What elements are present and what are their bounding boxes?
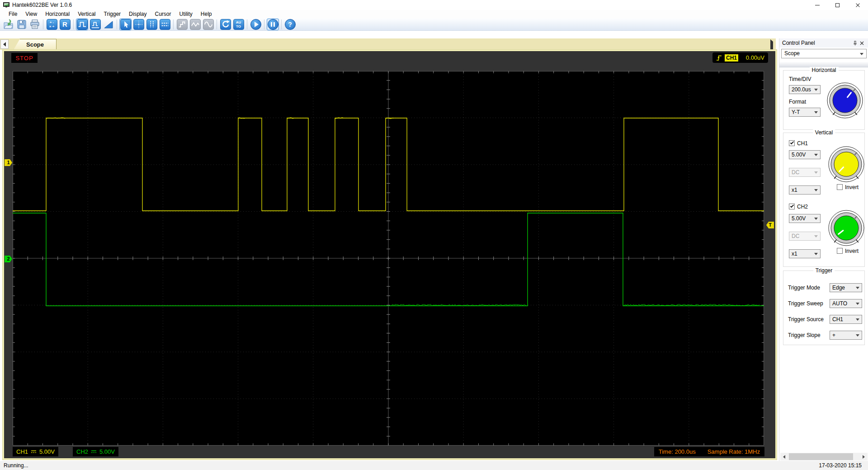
- start-button[interactable]: [250, 19, 262, 30]
- trigger-slope-select[interactable]: +: [830, 331, 862, 340]
- autoset-icon-bottom: TO: [236, 24, 241, 28]
- reference-icon: R: [60, 19, 71, 30]
- ramp-button[interactable]: [102, 19, 114, 30]
- ch2-coupling-value: DC: [792, 233, 799, 239]
- scroll-right-button[interactable]: [860, 453, 868, 461]
- menu-item-utility[interactable]: Utility: [175, 10, 196, 18]
- horizontal-position-knob[interactable]: [826, 81, 864, 119]
- trigger-level-marker[interactable]: T: [766, 222, 774, 228]
- trigger-mode-value: Edge: [832, 285, 845, 291]
- crosshair-cursor-button[interactable]: [132, 19, 145, 30]
- format-value: Y-T: [792, 109, 800, 115]
- menu-item-horizontal[interactable]: Horizontal: [41, 10, 74, 18]
- pointer-button[interactable]: [119, 19, 132, 30]
- ch1-coupling-value: DC: [792, 169, 799, 176]
- ch1-coupling-select: DC: [789, 168, 821, 177]
- refresh-button[interactable]: [219, 19, 231, 30]
- ch1-probe-value: x1: [792, 187, 797, 193]
- vertical-cursors-button[interactable]: [146, 19, 158, 30]
- open-file-button[interactable]: [2, 19, 14, 30]
- waveform-baseline-button[interactable]: [89, 19, 101, 30]
- ch2-zero-marker[interactable]: 2: [5, 256, 12, 262]
- rising-edge-icon: [716, 54, 722, 62]
- pause-button[interactable]: [267, 19, 279, 30]
- waveform-mode-button[interactable]: [76, 19, 88, 30]
- trigger-sweep-select[interactable]: AUTO: [830, 299, 862, 308]
- close-button[interactable]: [848, 0, 868, 10]
- tab-scroll-right-button[interactable]: [770, 42, 773, 50]
- scope-frame: STOP CH1 0.00uV 1 2 T CH1: [3, 50, 777, 460]
- ch2-label: CH2: [76, 448, 88, 455]
- reference-button[interactable]: R: [59, 19, 71, 30]
- ch1-label: CH1: [16, 448, 28, 455]
- scope-bottom-bar: CH1 5.00V CH2 5.00V Time: 20: [4, 446, 775, 458]
- menu-item-cursor[interactable]: Cursor: [151, 10, 175, 18]
- trigger-mode-select[interactable]: Edge: [830, 283, 862, 292]
- ch2-enable-label: CH2: [797, 204, 808, 210]
- help-button[interactable]: ?: [284, 19, 296, 30]
- trigger-channel-badge: CH1: [725, 54, 738, 62]
- timediv-select[interactable]: 200.0us: [789, 85, 821, 94]
- ch2-invert-label: Invert: [845, 248, 859, 254]
- close-icon: [860, 41, 864, 45]
- horizontal-cursors-button[interactable]: [159, 19, 171, 30]
- minimize-icon: [815, 5, 820, 5]
- menu-item-vertical[interactable]: Vertical: [74, 10, 99, 18]
- tab-scope[interactable]: Scope: [14, 39, 57, 50]
- panel-mode-select[interactable]: Scope: [781, 49, 867, 58]
- math-button[interactable]: + - × ÷: [46, 19, 58, 30]
- trigger-group-legend: Trigger: [813, 267, 835, 274]
- panel-mode-value: Scope: [784, 50, 800, 57]
- ch1-volts-select[interactable]: 5.00V: [789, 150, 821, 159]
- tab-scope-label: Scope: [26, 41, 44, 48]
- pointer-cursor-icon: [120, 19, 131, 30]
- zigzag-wave-button[interactable]: [189, 19, 201, 30]
- tab-scroll-left-button[interactable]: [0, 39, 9, 49]
- ch1-probe-select[interactable]: x1: [789, 185, 821, 195]
- sine-wave-button[interactable]: [202, 19, 214, 30]
- trigger-sweep-label: Trigger Sweep: [788, 300, 823, 307]
- scrollbar-thumb[interactable]: [789, 453, 853, 460]
- chevron-down-icon: [856, 303, 859, 305]
- math-icon: + - × ÷: [47, 19, 57, 30]
- ch2-position-knob[interactable]: [827, 209, 865, 247]
- menu-item-trigger[interactable]: Trigger: [100, 10, 125, 18]
- menu-item-help[interactable]: Help: [197, 10, 216, 18]
- menu-item-display[interactable]: Display: [125, 10, 151, 18]
- menu-item-file[interactable]: File: [5, 10, 21, 18]
- trigger-source-select[interactable]: CH1: [830, 315, 862, 324]
- ramp-triangle-icon: [103, 19, 114, 30]
- control-panel-title: Control Panel: [782, 40, 851, 46]
- ch1-zero-marker[interactable]: 1: [5, 159, 12, 166]
- ch1-position-knob[interactable]: [827, 145, 865, 183]
- ch1-enable-checkbox[interactable]: [789, 140, 795, 146]
- autoset-button[interactable]: AU TO: [232, 19, 245, 30]
- menu-item-view[interactable]: View: [21, 10, 41, 18]
- toolbar-separator: [264, 19, 264, 29]
- ch2-volts-select[interactable]: 5.00V: [789, 214, 821, 223]
- scroll-left-button[interactable]: [780, 453, 788, 461]
- ch2-enable-checkbox[interactable]: [789, 204, 795, 209]
- left-arrow-icon: [3, 42, 6, 47]
- toolbar: + - × ÷ R: [0, 18, 868, 31]
- ch1-invert-checkbox[interactable]: [837, 184, 843, 190]
- step-wave-button[interactable]: [176, 19, 188, 30]
- print-button[interactable]: [28, 19, 41, 30]
- chevron-down-icon: [856, 334, 859, 337]
- minimize-button[interactable]: [807, 0, 827, 10]
- trigger-slope-label: Trigger Slope: [788, 332, 821, 338]
- ch2-probe-value: x1: [792, 251, 797, 257]
- maximize-button[interactable]: [827, 0, 848, 10]
- square-wave-baseline-icon: [90, 19, 101, 30]
- close-panel-button[interactable]: [858, 39, 865, 47]
- pin-panel-button[interactable]: [851, 39, 858, 47]
- save-button[interactable]: [15, 19, 28, 30]
- square-wave-icon: [77, 19, 88, 30]
- help-icon-glyph: ?: [288, 21, 292, 28]
- trigger-source-label: Trigger Source: [788, 316, 824, 323]
- waveform-display[interactable]: [13, 71, 764, 446]
- toolbar-separator: [281, 19, 282, 29]
- format-select[interactable]: Y-T: [789, 108, 821, 117]
- ch2-invert-checkbox[interactable]: [837, 248, 843, 254]
- ch2-probe-select[interactable]: x1: [789, 249, 821, 258]
